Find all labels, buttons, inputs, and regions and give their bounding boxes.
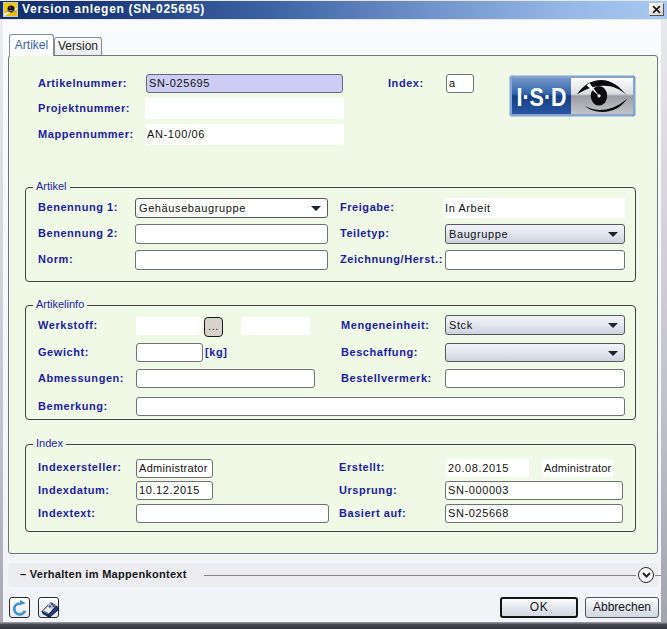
svg-text:I·S·D: I·S·D: [517, 82, 567, 112]
